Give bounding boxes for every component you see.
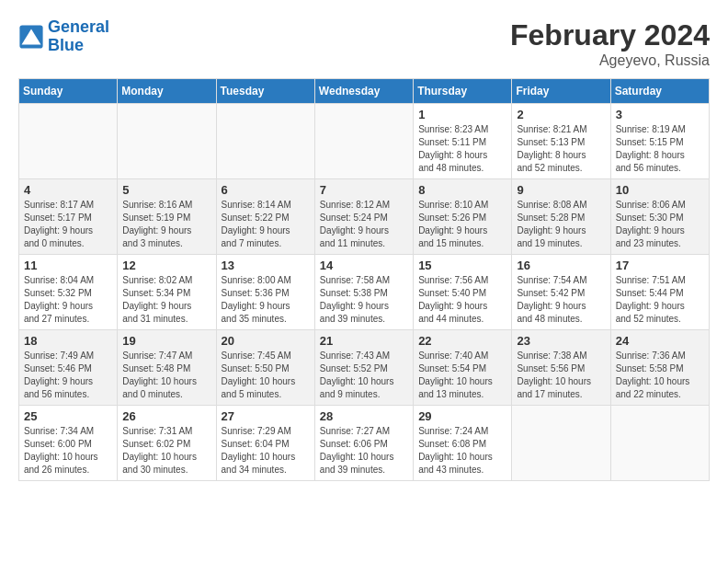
day-info: Sunrise: 7:56 AM Sunset: 5:40 PM Dayligh… bbox=[418, 274, 506, 326]
calendar-cell bbox=[610, 406, 709, 481]
day-number: 23 bbox=[517, 334, 605, 348]
calendar-cell: 4Sunrise: 8:17 AM Sunset: 5:17 PM Daylig… bbox=[19, 179, 118, 255]
day-number: 27 bbox=[222, 409, 310, 423]
day-info: Sunrise: 7:34 AM Sunset: 6:00 PM Dayligh… bbox=[24, 425, 112, 477]
logo-line1: General bbox=[48, 17, 109, 36]
calendar-cell bbox=[19, 104, 118, 179]
day-number: 3 bbox=[616, 108, 704, 121]
day-number: 21 bbox=[320, 334, 408, 348]
day-number: 15 bbox=[418, 259, 506, 272]
day-info: Sunrise: 8:17 AM Sunset: 5:17 PM Dayligh… bbox=[24, 199, 112, 250]
column-header-wednesday: Wednesday bbox=[314, 79, 413, 104]
day-info: Sunrise: 7:51 AM Sunset: 5:44 PM Dayligh… bbox=[616, 274, 704, 326]
calendar-week-row: 25Sunrise: 7:34 AM Sunset: 6:00 PM Dayli… bbox=[19, 406, 710, 481]
day-info: Sunrise: 7:36 AM Sunset: 5:58 PM Dayligh… bbox=[616, 350, 704, 401]
calendar-cell: 13Sunrise: 8:00 AM Sunset: 5:36 PM Dayli… bbox=[216, 255, 314, 330]
calendar-week-row: 1Sunrise: 8:23 AM Sunset: 5:11 PM Daylig… bbox=[19, 104, 710, 179]
calendar-cell: 27Sunrise: 7:29 AM Sunset: 6:04 PM Dayli… bbox=[216, 406, 314, 481]
day-number: 8 bbox=[418, 183, 506, 197]
day-number: 6 bbox=[222, 183, 310, 197]
day-number: 11 bbox=[24, 259, 112, 272]
day-number: 9 bbox=[517, 183, 605, 197]
calendar-cell: 12Sunrise: 8:02 AM Sunset: 5:34 PM Dayli… bbox=[118, 255, 216, 330]
day-info: Sunrise: 7:29 AM Sunset: 6:04 PM Dayligh… bbox=[222, 425, 310, 477]
day-number: 25 bbox=[24, 409, 112, 423]
day-number: 20 bbox=[222, 334, 310, 348]
calendar-cell: 5Sunrise: 8:16 AM Sunset: 5:19 PM Daylig… bbox=[118, 179, 216, 255]
calendar-week-row: 11Sunrise: 8:04 AM Sunset: 5:32 PM Dayli… bbox=[19, 255, 710, 330]
day-info: Sunrise: 7:31 AM Sunset: 6:02 PM Dayligh… bbox=[122, 425, 210, 477]
title-block: February 2024 Ageyevo, Russia bbox=[510, 18, 710, 69]
day-info: Sunrise: 7:40 AM Sunset: 5:54 PM Dayligh… bbox=[418, 350, 506, 401]
calendar-cell: 22Sunrise: 7:40 AM Sunset: 5:54 PM Dayli… bbox=[414, 330, 512, 406]
day-info: Sunrise: 7:58 AM Sunset: 5:38 PM Dayligh… bbox=[320, 274, 408, 326]
calendar-cell: 17Sunrise: 7:51 AM Sunset: 5:44 PM Dayli… bbox=[610, 255, 709, 330]
day-info: Sunrise: 8:19 AM Sunset: 5:15 PM Dayligh… bbox=[616, 123, 704, 175]
calendar-cell bbox=[314, 104, 413, 179]
day-number: 10 bbox=[616, 183, 704, 197]
day-info: Sunrise: 8:21 AM Sunset: 5:13 PM Dayligh… bbox=[517, 123, 605, 175]
day-number: 2 bbox=[517, 108, 605, 121]
calendar-cell bbox=[216, 104, 314, 179]
day-number: 12 bbox=[122, 259, 210, 272]
calendar-cell: 26Sunrise: 7:31 AM Sunset: 6:02 PM Dayli… bbox=[118, 406, 216, 481]
day-number: 17 bbox=[616, 259, 704, 272]
calendar-cell: 7Sunrise: 8:12 AM Sunset: 5:24 PM Daylig… bbox=[314, 179, 413, 255]
day-info: Sunrise: 7:24 AM Sunset: 6:08 PM Dayligh… bbox=[418, 425, 506, 477]
calendar-cell: 16Sunrise: 7:54 AM Sunset: 5:42 PM Dayli… bbox=[512, 255, 610, 330]
day-number: 13 bbox=[222, 259, 310, 272]
calendar-cell: 2Sunrise: 8:21 AM Sunset: 5:13 PM Daylig… bbox=[512, 104, 610, 179]
day-info: Sunrise: 8:12 AM Sunset: 5:24 PM Dayligh… bbox=[320, 199, 408, 250]
calendar-cell: 15Sunrise: 7:56 AM Sunset: 5:40 PM Dayli… bbox=[414, 255, 512, 330]
logo: General Blue bbox=[18, 18, 109, 55]
calendar-cell: 21Sunrise: 7:43 AM Sunset: 5:52 PM Dayli… bbox=[314, 330, 413, 406]
day-number: 18 bbox=[24, 334, 112, 348]
calendar-cell: 25Sunrise: 7:34 AM Sunset: 6:00 PM Dayli… bbox=[19, 406, 118, 481]
day-number: 4 bbox=[24, 183, 112, 197]
calendar-cell: 19Sunrise: 7:47 AM Sunset: 5:48 PM Dayli… bbox=[118, 330, 216, 406]
day-info: Sunrise: 7:43 AM Sunset: 5:52 PM Dayligh… bbox=[320, 350, 408, 401]
calendar-cell: 14Sunrise: 7:58 AM Sunset: 5:38 PM Dayli… bbox=[314, 255, 413, 330]
column-header-saturday: Saturday bbox=[610, 79, 709, 104]
column-header-thursday: Thursday bbox=[414, 79, 512, 104]
day-info: Sunrise: 8:16 AM Sunset: 5:19 PM Dayligh… bbox=[122, 199, 210, 250]
logo-line2: Blue bbox=[48, 36, 84, 54]
day-number: 29 bbox=[418, 409, 506, 423]
calendar-cell: 28Sunrise: 7:27 AM Sunset: 6:06 PM Dayli… bbox=[314, 406, 413, 481]
day-info: Sunrise: 8:08 AM Sunset: 5:28 PM Dayligh… bbox=[517, 199, 605, 250]
page-header: General Blue February 2024 Ageyevo, Russ… bbox=[18, 18, 710, 69]
day-number: 1 bbox=[418, 108, 506, 121]
day-info: Sunrise: 7:38 AM Sunset: 5:56 PM Dayligh… bbox=[517, 350, 605, 401]
day-info: Sunrise: 8:14 AM Sunset: 5:22 PM Dayligh… bbox=[222, 199, 310, 250]
calendar-cell: 29Sunrise: 7:24 AM Sunset: 6:08 PM Dayli… bbox=[414, 406, 512, 481]
day-number: 22 bbox=[418, 334, 506, 348]
calendar-cell: 8Sunrise: 8:10 AM Sunset: 5:26 PM Daylig… bbox=[414, 179, 512, 255]
calendar-table: SundayMondayTuesdayWednesdayThursdayFrid… bbox=[18, 78, 710, 481]
day-number: 14 bbox=[320, 259, 408, 272]
calendar-week-row: 4Sunrise: 8:17 AM Sunset: 5:17 PM Daylig… bbox=[19, 179, 710, 255]
day-number: 16 bbox=[517, 259, 605, 272]
calendar-cell: 3Sunrise: 8:19 AM Sunset: 5:15 PM Daylig… bbox=[610, 104, 709, 179]
day-info: Sunrise: 7:49 AM Sunset: 5:46 PM Dayligh… bbox=[24, 350, 112, 401]
day-number: 28 bbox=[320, 409, 408, 423]
calendar-cell bbox=[512, 406, 610, 481]
day-number: 19 bbox=[122, 334, 210, 348]
calendar-week-row: 18Sunrise: 7:49 AM Sunset: 5:46 PM Dayli… bbox=[19, 330, 710, 406]
calendar-cell: 11Sunrise: 8:04 AM Sunset: 5:32 PM Dayli… bbox=[19, 255, 118, 330]
calendar-header-row: SundayMondayTuesdayWednesdayThursdayFrid… bbox=[19, 79, 710, 104]
column-header-friday: Friday bbox=[512, 79, 610, 104]
calendar-cell bbox=[118, 104, 216, 179]
day-info: Sunrise: 8:10 AM Sunset: 5:26 PM Dayligh… bbox=[418, 199, 506, 250]
day-info: Sunrise: 7:27 AM Sunset: 6:06 PM Dayligh… bbox=[320, 425, 408, 477]
column-header-tuesday: Tuesday bbox=[216, 79, 314, 104]
day-info: Sunrise: 8:00 AM Sunset: 5:36 PM Dayligh… bbox=[222, 274, 310, 326]
logo-text: General Blue bbox=[48, 18, 109, 55]
calendar-cell: 10Sunrise: 8:06 AM Sunset: 5:30 PM Dayli… bbox=[610, 179, 709, 255]
calendar-cell: 6Sunrise: 8:14 AM Sunset: 5:22 PM Daylig… bbox=[216, 179, 314, 255]
day-number: 5 bbox=[122, 183, 210, 197]
calendar-cell: 23Sunrise: 7:38 AM Sunset: 5:56 PM Dayli… bbox=[512, 330, 610, 406]
day-info: Sunrise: 8:04 AM Sunset: 5:32 PM Dayligh… bbox=[24, 274, 112, 326]
calendar-cell: 24Sunrise: 7:36 AM Sunset: 5:58 PM Dayli… bbox=[610, 330, 709, 406]
column-header-monday: Monday bbox=[118, 79, 216, 104]
day-number: 7 bbox=[320, 183, 408, 197]
